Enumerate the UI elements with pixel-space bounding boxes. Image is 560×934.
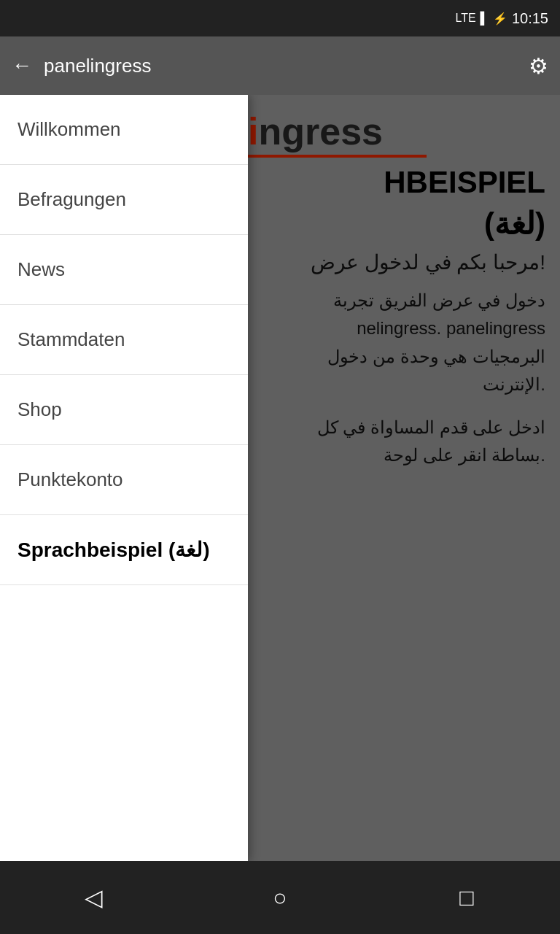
menu-item-stammdaten[interactable]: Stammdaten bbox=[0, 305, 248, 375]
menu-item-news[interactable]: News bbox=[0, 235, 248, 305]
menu-item-willkommen[interactable]: Willkommen bbox=[0, 95, 248, 165]
lte-icon: LTE bbox=[455, 12, 475, 25]
status-icons: LTE ▌ ⚡ 10:15 bbox=[455, 10, 548, 27]
status-bar: LTE ▌ ⚡ 10:15 bbox=[0, 0, 560, 36]
back-button[interactable]: ← bbox=[12, 55, 32, 76]
bottom-nav-bar: ◁ ○ □ bbox=[0, 861, 560, 934]
nav-back-button[interactable]: ◁ bbox=[64, 876, 122, 919]
navigation-drawer: Willkommen Befragungen News Stammdaten S… bbox=[0, 95, 248, 861]
app-bar: ← panelingress ⚙ bbox=[0, 36, 560, 95]
app-bar-title: panelingress bbox=[44, 55, 151, 77]
signal-icon: ▌ bbox=[481, 12, 489, 25]
nav-home-button[interactable]: ○ bbox=[251, 876, 309, 919]
main-area: ingress HBEISPIEL (لغة) !مرحبا بكم في لد… bbox=[0, 95, 560, 861]
menu-item-sprachbeispiel[interactable]: Sprachbeispiel (لغة) bbox=[0, 515, 248, 585]
battery-icon: ⚡ bbox=[493, 12, 508, 26]
status-time: 10:15 bbox=[512, 10, 548, 27]
menu-item-punktekonto[interactable]: Punktekonto bbox=[0, 445, 248, 515]
nav-recent-button[interactable]: □ bbox=[438, 876, 496, 919]
app-bar-left: ← panelingress bbox=[12, 55, 151, 77]
menu-item-befragungen[interactable]: Befragungen bbox=[0, 165, 248, 235]
menu-item-shop[interactable]: Shop bbox=[0, 375, 248, 445]
settings-button[interactable]: ⚙ bbox=[529, 53, 548, 79]
